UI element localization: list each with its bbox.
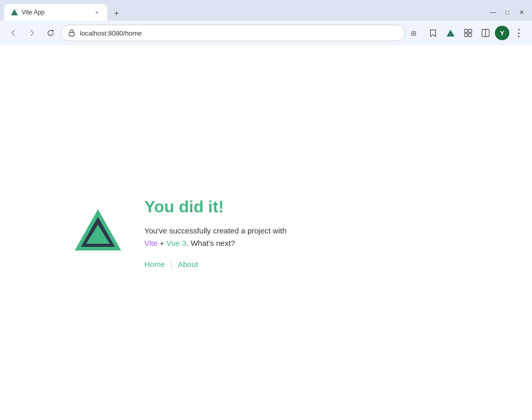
svg-rect-10 — [464, 33, 468, 37]
nav-tools: ⊞ — [407, 25, 527, 41]
page-headline: You did it! — [144, 197, 289, 216]
refresh-button[interactable] — [42, 25, 59, 41]
vite-link[interactable]: Vite — [144, 239, 158, 247]
forward-button[interactable] — [24, 25, 40, 41]
close-button[interactable]: ✕ — [516, 6, 528, 19]
svg-text:⊞: ⊞ — [411, 29, 417, 37]
extensions-button[interactable] — [460, 25, 476, 41]
back-button[interactable] — [5, 25, 22, 41]
page-content: You did it! You've successfully created … — [0, 45, 532, 420]
main-content: You did it! You've successfully created … — [144, 197, 289, 268]
vue-logo — [72, 207, 124, 258]
app-container: You did it! You've successfully created … — [72, 197, 289, 268]
menu-button[interactable]: ⋮ — [510, 25, 527, 41]
profile-button[interactable]: Y — [495, 26, 509, 40]
active-tab[interactable]: Vite App × — [4, 4, 107, 21]
plus-sign: + — [158, 239, 167, 247]
page-nav-links: Home About — [144, 260, 289, 268]
minimize-button[interactable]: — — [487, 6, 499, 19]
tab-title: Vite App — [22, 9, 90, 16]
tab-bar: Vite App × + — [4, 4, 483, 21]
bookmark-button[interactable] — [425, 25, 441, 41]
window-controls: — □ ✕ — [487, 6, 528, 19]
new-tab-button[interactable]: + — [109, 6, 124, 21]
vue-extension-icon[interactable] — [442, 25, 459, 41]
svg-rect-9 — [469, 29, 472, 32]
svg-rect-8 — [464, 29, 468, 32]
description-before: You've successfully created a project wi… — [144, 226, 287, 235]
address-bar[interactable] — [61, 25, 405, 41]
page-description: You've successfully created a project wi… — [144, 225, 289, 249]
about-link[interactable]: About — [178, 260, 198, 268]
svg-rect-11 — [469, 33, 472, 37]
nav-bar: ⊞ — [0, 21, 532, 45]
split-view-button[interactable] — [477, 25, 494, 41]
nav-link-divider — [171, 260, 172, 268]
title-bar: Vite App × + — □ ✕ — [0, 0, 532, 21]
maximize-button[interactable]: □ — [501, 6, 513, 19]
svg-rect-3 — [69, 32, 74, 36]
home-link[interactable]: Home — [144, 260, 165, 268]
lock-icon — [68, 29, 76, 37]
description-after: . What's next? — [186, 239, 235, 247]
browser-chrome: Vite App × + — □ ✕ — [0, 0, 532, 45]
vue-link[interactable]: Vue 3 — [167, 239, 187, 247]
translate-button[interactable]: ⊞ — [407, 25, 424, 41]
tab-favicon — [10, 8, 19, 16]
address-input[interactable] — [80, 29, 398, 37]
tab-close-button[interactable]: × — [93, 8, 101, 16]
